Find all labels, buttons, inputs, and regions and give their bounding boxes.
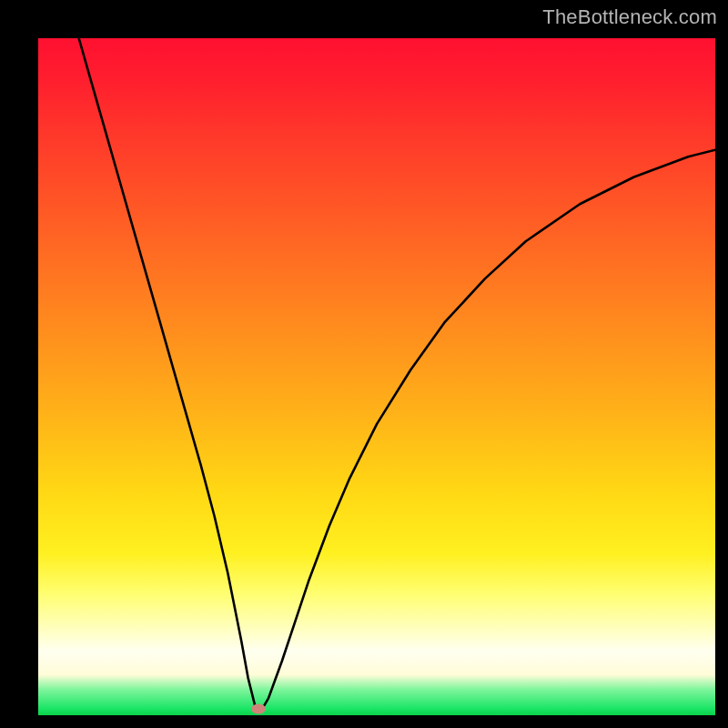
bottleneck-curve [38,38,715,715]
watermark-text: TheBottleneck.com [542,5,717,29]
plot-area [38,38,715,715]
chart-frame: TheBottleneck.com [0,0,728,728]
curve-path [79,38,715,710]
minimum-marker [251,703,266,713]
